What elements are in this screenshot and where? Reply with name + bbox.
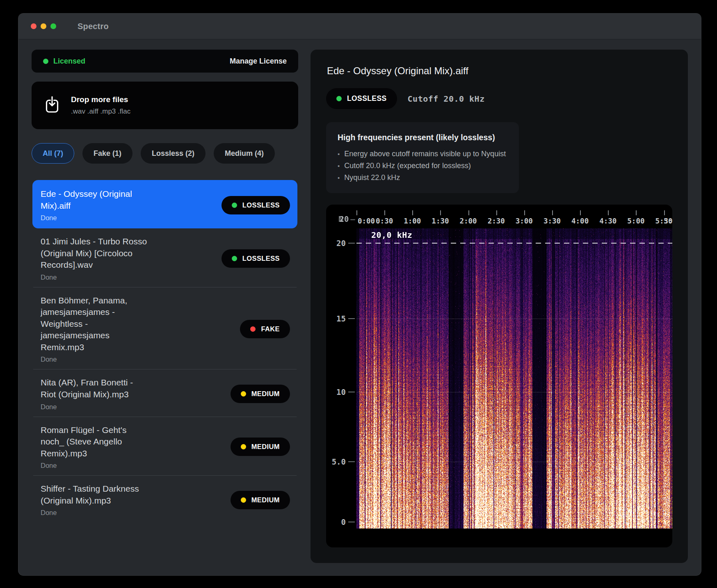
freq-tick-label: 10 [326, 387, 346, 397]
freq-tick-label: 20 [326, 239, 346, 248]
time-tick-label: 4:30 [599, 217, 617, 225]
freq-gridline [356, 319, 672, 319]
window-title: Spectro [78, 22, 109, 31]
main-content: Licensed Manage License Drop more files [18, 39, 701, 575]
freq-gridline [356, 392, 672, 392]
filter-tab-fake[interactable]: Fake (1) [82, 143, 132, 164]
filter-tabs: All (7)Fake (1)Lossless (2)Medium (4) [32, 143, 298, 164]
time-tick [636, 210, 637, 215]
file-item[interactable]: Ben Böhmer, Panama, jamesjamesjames - We… [32, 287, 297, 369]
time-tick [608, 210, 609, 215]
time-end-label: 5:39 [664, 217, 672, 225]
close-button[interactable] [31, 23, 37, 29]
dropzone-formats: .wav .aiff .mp3 .flac [71, 107, 130, 116]
time-tick-label: 3:30 [543, 217, 561, 225]
minimize-button[interactable] [41, 23, 46, 29]
time-tick [440, 210, 441, 215]
verdict-badge: MEDIUM [231, 491, 290, 509]
freq-tick [348, 392, 355, 392]
time-tick-label: 5:00 [627, 217, 644, 225]
verdict-label: LOSSLESS [347, 94, 387, 103]
file-status: Done [41, 509, 148, 517]
freq-tick-label: 15 [326, 314, 346, 323]
verdict-dot-icon [232, 203, 237, 208]
file-item-text: Roman Flügel - Geht's noch_ (Steve Angel… [41, 424, 148, 470]
freq-tick [348, 318, 355, 319]
verdict-label: LOSSLESS [242, 201, 280, 209]
time-tick [412, 210, 413, 215]
time-tick-label: 2:30 [488, 217, 505, 225]
cutoff-readout: Cutoff 20.0 kHz [408, 94, 485, 104]
file-item-text: Shiffer - Tasting Darkness (Original Mix… [41, 483, 148, 517]
file-item-text: Ede - Odyssey (Original Mix).aiffDone [41, 188, 148, 222]
file-item[interactable]: 01 Jimi Jules - Turbo Rosso (Original Mi… [32, 228, 297, 287]
verdict-label: FAKE [261, 325, 280, 333]
license-status-label: Licensed [53, 57, 85, 66]
verdict-badge: MEDIUM [231, 438, 290, 456]
time-tick [468, 210, 469, 215]
nyquist-corner-label: N20— [338, 214, 355, 223]
filter-tab-medium[interactable]: Medium (4) [214, 143, 275, 164]
file-dropzone[interactable]: Drop more files .wav .aiff .mp3 .flac [32, 82, 298, 129]
freq-gridline [356, 462, 672, 462]
file-list: Ede - Odyssey (Original Mix).aiffDoneLOS… [32, 180, 298, 522]
sidebar: Licensed Manage License Drop more files [32, 50, 298, 563]
file-name: 01 Jimi Jules - Turbo Rosso (Original Mi… [41, 236, 148, 271]
detail-panel: Ede - Odyssey (Original Mix).aiff LOSSLE… [311, 50, 688, 563]
verdict-row: LOSSLESS Cutoff 20.0 kHz [326, 88, 672, 109]
spectrogram-image [356, 228, 672, 529]
file-item[interactable]: Ede - Odyssey (Original Mix).aiffDoneLOS… [32, 180, 297, 228]
time-tick [496, 210, 497, 215]
license-status-dot-icon [43, 59, 48, 64]
analysis-bullet: Energy above cutoff remains visible up t… [338, 148, 506, 160]
app-window: Spectro Licensed Manage License [18, 13, 701, 576]
time-tick-label: 0:00 [358, 217, 375, 225]
time-tick [524, 210, 525, 215]
time-tick-label: 1:00 [404, 217, 421, 225]
file-name: Roman Flügel - Geht's noch_ (Steve Angel… [41, 424, 148, 460]
time-tick-label: 2:00 [459, 217, 477, 225]
cutoff-line-label: 20,0 kHz [371, 230, 412, 240]
dropzone-title: Drop more files [71, 95, 130, 104]
verdict-label: MEDIUM [251, 496, 280, 504]
analysis-box: High frequencies present (likely lossles… [326, 122, 519, 193]
file-item[interactable]: Shiffer - Tasting Darkness (Original Mix… [32, 476, 297, 522]
file-item-text: 01 Jimi Jules - Turbo Rosso (Original Mi… [41, 236, 148, 281]
time-tick [580, 210, 581, 215]
freq-tick [348, 243, 355, 244]
spectrogram-panel: 0:000:301:001:302:002:303:003:304:004:30… [326, 205, 672, 547]
freq-tick-label: 0 [326, 517, 346, 526]
file-status: Done [41, 356, 148, 363]
time-tick-label: 4:00 [571, 217, 589, 225]
license-status: Licensed [43, 57, 85, 66]
freq-tick [348, 522, 355, 522]
verdict-dot-icon [250, 326, 256, 332]
verdict-badge: LOSSLESS [326, 88, 397, 109]
analysis-bullet: Nyquist 22.0 kHz [338, 172, 506, 184]
traffic-lights [31, 23, 56, 29]
time-tick [384, 210, 385, 215]
license-card: Licensed Manage License [32, 50, 298, 73]
file-item[interactable]: Roman Flügel - Geht's noch_ (Steve Angel… [32, 417, 297, 476]
analysis-bullets: Energy above cutoff remains visible up t… [338, 148, 506, 183]
file-item[interactable]: Nita (AR), Fran Bonetti - Riot (Original… [32, 369, 297, 416]
verdict-label: MEDIUM [251, 443, 280, 451]
verdict-dot-icon [241, 391, 246, 397]
verdict-label: MEDIUM [251, 390, 280, 398]
verdict-badge: LOSSLESS [221, 196, 290, 214]
manage-license-button[interactable]: Manage License [230, 57, 287, 66]
freq-tick [348, 461, 355, 462]
file-name: Shiffer - Tasting Darkness (Original Mix… [41, 483, 148, 506]
verdict-dot-icon [232, 256, 237, 261]
time-tick-label: 1:30 [432, 217, 449, 225]
time-tick-label: 3:00 [516, 217, 533, 225]
file-name: Nita (AR), Fran Bonetti - Riot (Original… [41, 377, 148, 400]
filter-tab-lossless[interactable]: Lossless (2) [141, 143, 206, 164]
verdict-dot-icon [241, 444, 246, 449]
file-name: Ede - Odyssey (Original Mix).aiff [41, 188, 148, 212]
verdict-label: LOSSLESS [242, 255, 280, 262]
file-status: Done [41, 214, 148, 222]
zoom-button[interactable] [50, 23, 56, 29]
filter-tab-all[interactable]: All (7) [32, 143, 74, 164]
time-tick [552, 210, 553, 215]
